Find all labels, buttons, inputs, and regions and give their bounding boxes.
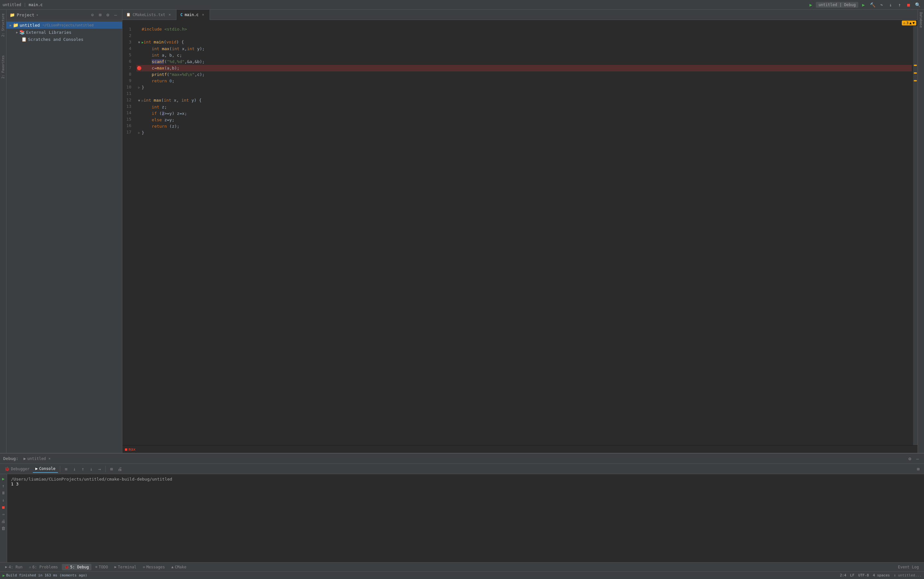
step-over-debug-button[interactable]: ↑ <box>0 483 7 489</box>
code-text-7: c=max(a,b); <box>142 65 912 71</box>
scratch-icon: 📋 <box>21 37 27 42</box>
tree-item-scratches[interactable]: 📋 Scratches and Consoles <box>7 36 122 43</box>
clear-debug-button[interactable]: 🗑 <box>0 525 7 532</box>
title-separator: | <box>24 3 26 7</box>
project-dropdown-icon[interactable]: ▾ <box>36 13 38 17</box>
debug-config-label[interactable]: untitled | Debug <box>816 2 858 8</box>
branch-name[interactable]: ↕ untitled... <box>894 573 921 577</box>
build-button[interactable]: 🔨 <box>869 1 876 9</box>
debug-settings-button[interactable]: ⚙ <box>907 455 913 462</box>
event-log-button[interactable]: Event Log <box>895 564 921 570</box>
settings-debug-button[interactable]: 🖨 <box>0 518 7 524</box>
chevron-down-icon[interactable]: ▼ <box>913 21 915 25</box>
encoding[interactable]: UTF-8 <box>858 573 869 577</box>
tab-debug[interactable]: 🐞 5: Debug <box>62 564 92 570</box>
tab-todo[interactable]: ≡ TODO <box>93 564 111 570</box>
stop-debug-button[interactable]: ■ <box>0 504 7 510</box>
right-scrollbar[interactable] <box>913 26 917 445</box>
debug-session-tab[interactable]: ▶ untitled ✕ <box>21 455 53 462</box>
console-output-line: 1 3 <box>11 481 920 486</box>
code-content[interactable]: #include <stdio.h> ▼ ▶int main(void) { <box>135 26 913 445</box>
tree-item-external-libs[interactable]: ▶ 📚 External Libraries <box>7 29 122 36</box>
debug-content: ▶ ↑ ⏸ ↓ ■ ⇒ 🖨 🗑 /Users/liumiao/CLionProj… <box>0 474 924 562</box>
collapse-all-button[interactable]: ⊞ <box>97 11 103 18</box>
tab-run[interactable]: ▶ 4: Run <box>3 564 25 570</box>
tab-messages[interactable]: ✉ Messages <box>140 564 167 570</box>
chevron-up-icon[interactable]: ▲ <box>909 21 912 25</box>
settings-button[interactable]: ⚙ <box>105 11 111 18</box>
debug-console-output[interactable]: /Users/liumiao/CLionProjects/untitled/cm… <box>7 474 924 562</box>
tab-problems[interactable]: ⚠ 6: Problems <box>26 564 61 570</box>
tab-terminal[interactable]: ▶ Terminal <box>112 564 139 570</box>
step-out-button[interactable]: ↑ <box>896 1 903 9</box>
close-cmake-tab[interactable]: ✕ <box>167 12 172 17</box>
bottom-tabs: ▶ 4: Run ⚠ 6: Problems 🐞 5: Debug ≡ TODO… <box>0 562 924 571</box>
fold-icon-12[interactable]: ▼ <box>138 98 140 104</box>
search-everywhere-button[interactable]: 🔍 <box>914 1 921 9</box>
structure-panel-toggle[interactable]: 2: Structure <box>1 11 5 39</box>
favorites-panel-toggle[interactable]: 2: Favorites <box>1 53 5 81</box>
tree-item-untitled[interactable]: ▶ 📁 untitled ~/CLionProjects/untitled <box>7 21 122 29</box>
step-over-button[interactable]: ↷ <box>878 1 885 9</box>
file-title-text: main.c <box>29 3 43 7</box>
code-line-5: int a, b, c; <box>136 52 912 59</box>
messages-tab-label: Messages <box>146 565 165 569</box>
code-text-10: } <box>142 84 912 91</box>
status-right: 2:4 LF UTF-8 4 spaces ↕ untitled... <box>840 573 921 577</box>
scroll-to-end-button[interactable]: ↓ <box>71 465 78 473</box>
fold-icon-3[interactable]: ▼ <box>138 39 140 46</box>
run-button[interactable]: ▶ <box>807 1 814 9</box>
project-panel: 📁 Project ▾ ⊙ ⊞ ⚙ — ▶ 📁 untitled ~/CLion… <box>7 10 122 453</box>
close-panel-button[interactable]: — <box>112 11 119 18</box>
step-into-button[interactable]: ↓ <box>887 1 894 9</box>
pause-button[interactable]: ⏸ <box>0 489 7 496</box>
project-tree: ▶ 📁 untitled ~/CLionProjects/untitled ▶ … <box>7 20 122 453</box>
scroll-up-button[interactable]: ↑ <box>79 465 87 473</box>
debug-session-close[interactable]: ✕ <box>49 456 51 461</box>
code-editor[interactable]: 1 2 3 4 5 6 7 8 9 10 11 12 13 14 15 16 1… <box>122 26 917 445</box>
tab-mainc[interactable]: C main.c ✕ <box>176 10 210 20</box>
start-debug-button[interactable]: ▶ <box>860 1 867 9</box>
tree-path-untitled: ~/CLionProjects/untitled <box>43 23 94 27</box>
error-marker-7: 🔴 <box>137 65 142 71</box>
scroll-down-button[interactable]: ↓ <box>87 465 95 473</box>
indent-type[interactable]: 4 spaces <box>873 573 890 577</box>
cursor-position[interactable]: 2:4 <box>840 573 847 577</box>
messages-tab-icon: ✉ <box>143 565 145 569</box>
tab-debugger[interactable]: 🐞 Debugger <box>2 465 32 473</box>
force-step-button[interactable]: ⇒ <box>0 511 7 517</box>
clear-console-button[interactable]: ≡ <box>62 465 70 473</box>
fold-icon-10[interactable]: ▷ <box>138 84 140 91</box>
new-tab-button[interactable]: ⊞ <box>914 465 922 473</box>
code-line-15: else z=y; <box>136 117 912 123</box>
run-to-cursor-btn[interactable]: → <box>96 465 103 473</box>
fold-icon-17[interactable]: ▷ <box>138 130 140 136</box>
close-mainc-tab[interactable]: ✕ <box>200 12 206 17</box>
ln13: 13 <box>126 103 131 110</box>
print-button[interactable]: 🖨 <box>116 465 124 473</box>
code-line-10: ▷ } <box>136 84 912 91</box>
tab-console[interactable]: ▶ Console <box>33 465 58 473</box>
warning-badge[interactable]: ⚠ 3 ▲ ▼ <box>902 21 917 25</box>
soft-wrap-button[interactable]: ⊞ <box>108 465 115 473</box>
resume-program-button[interactable]: ▶ <box>0 476 7 482</box>
console-icon: ▶ <box>35 466 38 471</box>
code-text-1: #include <stdio.h> <box>142 26 912 33</box>
project-title-text: untitled <box>3 3 21 7</box>
stop-button[interactable]: ■ <box>905 1 913 9</box>
tab-cmakelists[interactable]: 📋 CMakeLists.txt ✕ <box>122 10 176 20</box>
line-ending[interactable]: LF <box>850 573 855 577</box>
debug-tabs-toolbar: 🐞 Debugger ▶ Console ≡ ↓ ↑ ↓ → ⊞ 🖨 ⊞ <box>0 464 924 474</box>
debug-minimize-button[interactable]: — <box>914 455 921 462</box>
ln14: 14 <box>126 110 131 116</box>
step-into-debug-button[interactable]: ↓ <box>0 497 7 503</box>
cmake-tab-label: CMake <box>175 565 186 569</box>
debug-left-tools: ▶ ↑ ⏸ ↓ ■ ⇒ 🖨 🗑 <box>0 474 7 562</box>
tab-cmake[interactable]: ▲ CMake <box>169 564 189 570</box>
todo-tab-label: TODO <box>99 565 108 569</box>
database-panel-toggle[interactable]: Database <box>919 10 923 30</box>
ln17: 17 <box>126 129 131 136</box>
ln4: 4 <box>126 45 131 52</box>
debugger-label: Debugger <box>11 467 30 471</box>
locate-file-button[interactable]: ⊙ <box>89 11 96 18</box>
